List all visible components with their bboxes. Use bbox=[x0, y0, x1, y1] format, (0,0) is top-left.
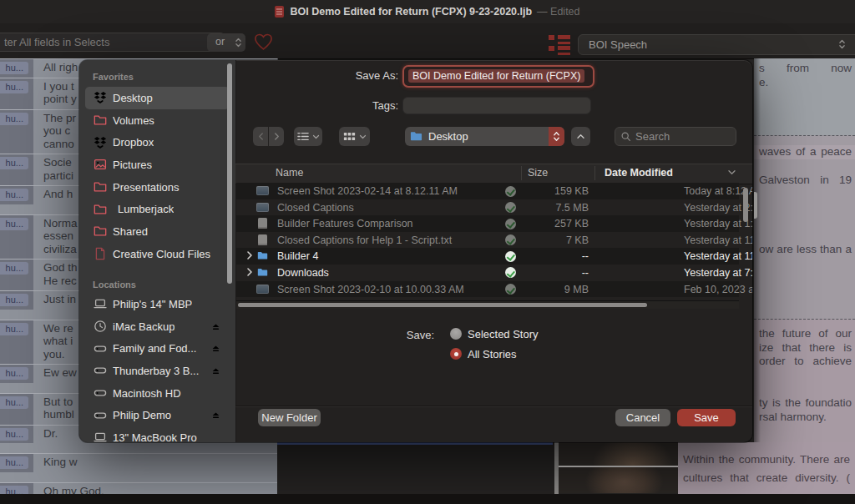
forward-button[interactable] bbox=[269, 127, 284, 146]
location-popup[interactable]: Desktop bbox=[405, 127, 564, 146]
save-as-input[interactable]: BOI Demo Edited for Return (FCPX) bbox=[402, 65, 594, 88]
clock-icon bbox=[94, 320, 107, 333]
eject-icon[interactable] bbox=[210, 410, 221, 421]
sidebar-item-philip-demo[interactable]: Philip Demo bbox=[85, 404, 230, 426]
list-view-button[interactable] bbox=[294, 127, 322, 146]
radio-icon[interactable] bbox=[450, 328, 462, 340]
page-icon bbox=[94, 247, 107, 260]
sidebar-item-label: Macintosh HD bbox=[113, 387, 181, 400]
speaker-badge: hu... bbox=[0, 157, 28, 169]
sidebar-item-label: 13" MacBook Pro bbox=[113, 431, 197, 442]
disclosure-chevron-icon[interactable] bbox=[246, 249, 253, 261]
sidebar-item-family-and-fod[interactable]: Family and Fod... bbox=[85, 337, 230, 360]
search-input[interactable]: Search bbox=[615, 127, 736, 146]
filter-input[interactable]: ter All fields in Selects bbox=[0, 33, 225, 52]
sidebar-item-creative-cloud-files[interactable]: Creative Cloud Files bbox=[85, 243, 230, 265]
folder-icon bbox=[256, 250, 269, 261]
speaker-badge: hu... bbox=[0, 396, 28, 409]
file-row-closed-captions-for-help-1-script-txt[interactable]: Closed Captions for Help 1 - Script.txt … bbox=[236, 232, 739, 249]
column-header-date-modified[interactable]: Date Modified bbox=[605, 167, 673, 179]
radio-icon[interactable] bbox=[450, 348, 462, 360]
speaker-badge: hu... bbox=[0, 367, 28, 380]
story-line: rsal harmony. bbox=[754, 411, 855, 423]
sidebar-item-macintosh-hd[interactable]: Macintosh HD bbox=[85, 382, 230, 405]
file-list-header bbox=[235, 164, 752, 184]
sidebar-item-philip-s-14-mbp[interactable]: Philip's 14" MBP bbox=[85, 293, 230, 315]
disclosure-chevron-icon[interactable] bbox=[246, 266, 253, 278]
folder-icon bbox=[94, 180, 107, 194]
eject-icon[interactable] bbox=[210, 343, 221, 354]
eject-icon[interactable] bbox=[210, 321, 221, 332]
file-name: Builder 4 bbox=[277, 250, 318, 262]
heart-icon[interactable] bbox=[253, 33, 274, 51]
file-list-vscrollbar-thumb[interactable] bbox=[743, 188, 748, 222]
tags-input[interactable] bbox=[402, 97, 591, 114]
operator-select[interactable]: or bbox=[207, 33, 245, 52]
eject-icon[interactable] bbox=[210, 365, 221, 376]
new-folder-button[interactable]: New Folder bbox=[258, 409, 321, 426]
file-list-hscrollbar-thumb[interactable] bbox=[238, 303, 647, 308]
speech-track-select[interactable]: BOI Speech bbox=[578, 34, 855, 55]
sidebar-item-dropbox[interactable]: Dropbox bbox=[85, 131, 230, 154]
file-list-hscrollbar[interactable] bbox=[236, 300, 739, 309]
file-row-screen-shot-2023-02-14-at-8-12-11-am[interactable]: Screen Shot 2023-02-14 at 8.12.11 AM 159… bbox=[236, 183, 739, 199]
story-line: ow are less than a b bbox=[754, 243, 855, 257]
file-name: Builder Features Comparison bbox=[277, 218, 413, 229]
sidebar-item-label: Creative Cloud Files bbox=[113, 248, 210, 260]
document-file-icon bbox=[256, 218, 267, 229]
sidebar-item-presentations[interactable]: Presentations bbox=[85, 176, 230, 199]
sidebar-item-desktop[interactable]: Desktop bbox=[85, 87, 230, 109]
folder-icon bbox=[410, 130, 422, 143]
column-header-size[interactable]: Size bbox=[528, 167, 548, 179]
sidebar-item-shared[interactable]: Shared bbox=[85, 220, 230, 243]
video-thumbnail[interactable] bbox=[559, 440, 678, 466]
sidebar-item-lumberjack[interactable]: Lumberjack bbox=[85, 198, 230, 220]
cancel-button[interactable]: Cancel bbox=[615, 409, 670, 426]
story-line: Galveston in 19 bbox=[754, 174, 855, 188]
file-size: -- bbox=[487, 250, 589, 262]
dialog-sidebar: Favorites Desktop Volumes Dropbox Pictur… bbox=[79, 60, 236, 442]
sidebar-item-label: Volumes bbox=[113, 114, 154, 127]
transcript-row[interactable]: hu... King w bbox=[0, 453, 277, 472]
file-row-builder-features-comparison[interactable]: Builder Features Comparison 257 KB Yeste… bbox=[236, 215, 739, 232]
speaker-badge: hu... bbox=[0, 262, 28, 275]
save-as-selected-text: BOI Demo Edited for Return (FCPX) bbox=[408, 69, 584, 83]
sidebar-item-imac-backup[interactable]: iMac Backup bbox=[85, 315, 230, 338]
image-file-icon bbox=[256, 284, 269, 294]
sidebar-item-thunderbay-3-b[interactable]: Thunderbay 3 B... bbox=[85, 360, 230, 382]
sidebar-item-13-macbook-pro[interactable]: 13" MacBook Pro bbox=[85, 426, 230, 442]
sidebar-item-volumes[interactable]: Volumes bbox=[85, 109, 230, 132]
icon-view-button[interactable] bbox=[339, 127, 370, 146]
file-row-screen-shot-2023-02-10-at-10-00-33-am[interactable]: Screen Shot 2023-02-10 at 10.00.33 AM 9 … bbox=[236, 281, 739, 298]
speaker-badge: hu... bbox=[0, 113, 28, 125]
file-row-downloads[interactable]: Downloads -- Yesterday at 7:53 AM bbox=[236, 265, 739, 281]
story-divider bbox=[754, 319, 855, 320]
transcript-line: Oh my God. bbox=[43, 485, 269, 495]
speaker-badge: hu... bbox=[0, 189, 28, 201]
scrollbar-thumb[interactable] bbox=[754, 192, 757, 219]
video-thumbnail[interactable] bbox=[559, 467, 678, 493]
save-button[interactable]: Save bbox=[677, 409, 736, 426]
dropbox-icon bbox=[94, 136, 107, 149]
column-header-name[interactable]: Name bbox=[276, 167, 303, 179]
sidebar-item-pictures[interactable]: Pictures bbox=[85, 154, 230, 176]
drive-icon bbox=[94, 342, 107, 355]
folder-icon bbox=[94, 203, 107, 216]
drive-icon bbox=[94, 386, 107, 400]
story-line: e. bbox=[754, 76, 855, 88]
sidebar-scrollbar-thumb[interactable] bbox=[227, 63, 232, 284]
file-size: 257 KB bbox=[487, 218, 589, 229]
sidebar-item-label: Family and Fod... bbox=[113, 342, 196, 355]
story-list-icon[interactable] bbox=[549, 35, 570, 54]
collapse-button[interactable] bbox=[571, 127, 590, 146]
popup-stepper bbox=[549, 127, 564, 146]
file-row-closed-captions[interactable]: Closed Captions 7.5 MB Yesterday at 2:45… bbox=[236, 199, 739, 216]
save-option-selected-story[interactable]: Selected Story bbox=[450, 324, 539, 344]
transcript-row[interactable]: hu... Oh my God. bbox=[0, 482, 277, 495]
story-divider bbox=[754, 135, 855, 136]
timeline-background bbox=[277, 442, 554, 494]
save-option-all-stories[interactable]: All Stories bbox=[450, 344, 539, 364]
back-button[interactable] bbox=[253, 127, 268, 146]
file-row-builder-4[interactable]: Builder 4 -- Yesterday at 11:14 AM bbox=[236, 248, 739, 265]
story-line: s from now Galves bbox=[754, 62, 855, 76]
